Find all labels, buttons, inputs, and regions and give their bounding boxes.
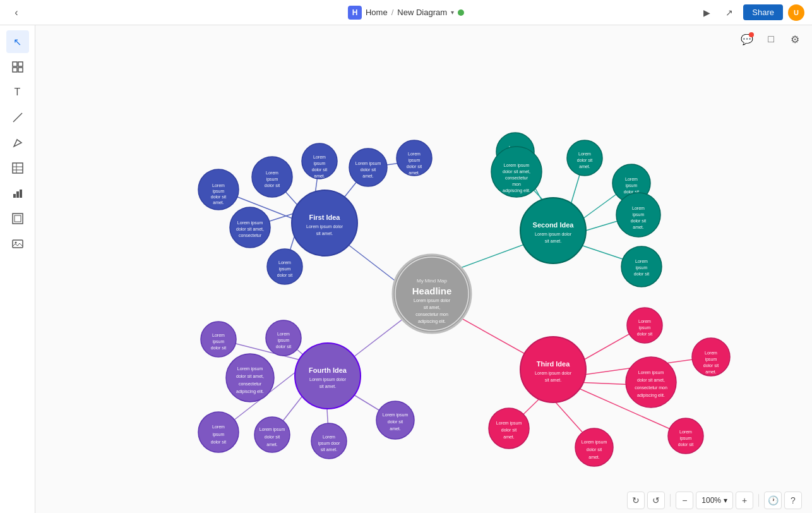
- home-breadcrumb[interactable]: Home: [366, 8, 388, 17]
- svg-text:ipsum door: ipsum door: [318, 441, 340, 446]
- diagram-name[interactable]: New Diagram: [397, 8, 447, 17]
- svg-text:amet.: amet.: [314, 174, 325, 178]
- svg-text:Lorem ipsum: Lorem ipsum: [504, 163, 530, 168]
- svg-text:dolor sit: dolor sit: [637, 332, 653, 336]
- svg-text:sit amet.: sit amet.: [545, 378, 562, 382]
- svg-text:Lorem ipsum: Lorem ipsum: [638, 370, 664, 375]
- svg-text:consectetur: consectetur: [239, 382, 262, 386]
- notification-badge: [749, 32, 754, 37]
- settings-button[interactable]: ⚙: [785, 30, 804, 49]
- svg-rect-2: [13, 68, 17, 72]
- zoom-out-button[interactable]: −: [676, 492, 693, 509]
- play-button[interactable]: ▶: [698, 4, 715, 21]
- history-button[interactable]: 🕐: [764, 492, 782, 509]
- svg-rect-10: [16, 191, 19, 198]
- svg-rect-14: [13, 240, 23, 248]
- cursor-tool[interactable]: ↖: [6, 30, 29, 53]
- svg-text:ipsum: ipsum: [626, 183, 638, 188]
- text-tool[interactable]: T: [6, 81, 29, 104]
- image-tool[interactable]: [6, 232, 29, 255]
- table-tool[interactable]: [6, 157, 29, 179]
- svg-text:Lorem: Lorem: [277, 332, 290, 336]
- zoom-level-display[interactable]: 100% ▾: [696, 492, 733, 509]
- share-button[interactable]: Share: [743, 4, 783, 20]
- svg-point-108: [626, 357, 676, 407]
- line-tool[interactable]: [6, 106, 29, 129]
- svg-text:Lorem: Lorem: [313, 155, 326, 159]
- svg-text:Lorem ipsum: Lorem ipsum: [237, 220, 263, 226]
- svg-point-15: [15, 242, 16, 244]
- svg-text:ipsum: ipsum: [278, 338, 290, 343]
- svg-text:ipsum: ipsum: [213, 339, 225, 344]
- svg-rect-11: [20, 190, 22, 198]
- svg-text:adipiscing elit.: adipiscing elit.: [418, 319, 446, 324]
- svg-text:dolor sit: dolor sit: [634, 272, 650, 276]
- svg-text:dolor sit: dolor sit: [211, 346, 227, 350]
- chart-tool[interactable]: [6, 182, 29, 205]
- svg-text:Lorem ipsum: Lorem ipsum: [383, 413, 409, 418]
- svg-point-159: [292, 190, 357, 256]
- zoom-in-button[interactable]: +: [736, 492, 753, 509]
- svg-text:dolor sit: dolor sit: [265, 183, 280, 188]
- svg-text:Lorem: Lorem: [212, 333, 225, 337]
- svg-text:Lorem ipsum dolor: Lorem ipsum dolor: [414, 298, 451, 303]
- svg-text:dolor sit: dolor sit: [211, 440, 227, 444]
- svg-text:consectetur mon: consectetur mon: [415, 312, 448, 317]
- svg-text:sit amet,: sit amet,: [424, 305, 441, 310]
- svg-text:adipiscing elit.: adipiscing elit.: [236, 389, 264, 394]
- diagram-dropdown-icon[interactable]: ▾: [451, 9, 454, 16]
- svg-text:First Idea: First Idea: [309, 214, 341, 221]
- svg-rect-1: [18, 62, 23, 66]
- svg-text:dolor sit: dolor sit: [501, 428, 517, 432]
- svg-text:ipsum: ipsum: [705, 357, 717, 362]
- svg-rect-13: [15, 215, 21, 222]
- svg-text:ipsum: ipsum: [409, 158, 421, 163]
- svg-text:Lorem ipsum: Lorem ipsum: [496, 421, 522, 426]
- svg-text:Lorem: Lorem: [323, 435, 335, 439]
- svg-text:Third Idea: Third Idea: [537, 360, 570, 368]
- pages-button[interactable]: □: [761, 30, 780, 49]
- shapes-tool[interactable]: [6, 56, 29, 78]
- pen-tool[interactable]: [6, 131, 29, 154]
- svg-text:dolor sit: dolor sit: [388, 419, 403, 424]
- svg-text:dolor sit: dolor sit: [703, 363, 719, 368]
- svg-text:Lorem ipsum: Lorem ipsum: [355, 161, 381, 166]
- frame-tool[interactable]: [6, 207, 29, 230]
- svg-text:amet.: amet.: [633, 225, 644, 229]
- mindmap-diagram: Lorem ipsum dolor sit amet. Lorem ipsum …: [35, 25, 812, 513]
- svg-rect-9: [13, 194, 16, 198]
- svg-text:adipiscing elit.: adipiscing elit.: [637, 393, 665, 398]
- svg-point-167: [520, 337, 586, 402]
- redo-button[interactable]: ↺: [647, 492, 665, 509]
- svg-text:Headline: Headline: [412, 286, 452, 296]
- svg-line-4: [13, 113, 22, 122]
- svg-text:dolor sit: dolor sit: [631, 219, 647, 223]
- svg-text:dolor sit: dolor sit: [276, 344, 292, 349]
- svg-text:My Mind Map: My Mind Map: [417, 278, 448, 284]
- svg-text:Lorem ipsum dolor: Lorem ipsum dolor: [535, 371, 572, 376]
- svg-rect-3: [18, 68, 23, 72]
- svg-text:sit amet.: sit amet.: [321, 447, 338, 452]
- svg-text:adipiscing elit.: adipiscing elit.: [503, 188, 530, 193]
- canvas[interactable]: Lorem ipsum dolor sit amet. Lorem ipsum …: [35, 25, 812, 513]
- svg-text:Lorem ipsum dolor: Lorem ipsum dolor: [309, 377, 347, 382]
- svg-text:dolor sit: dolor sit: [678, 442, 694, 447]
- left-toolbar: ↖ T: [0, 25, 35, 513]
- svg-point-163: [520, 198, 586, 263]
- svg-text:Lorem ipsum dolor: Lorem ipsum dolor: [535, 232, 572, 237]
- export-button[interactable]: ↗: [720, 4, 738, 21]
- svg-text:mon: mon: [512, 182, 521, 186]
- svg-text:amet.: amet.: [390, 426, 401, 431]
- svg-text:ipsum: ipsum: [266, 177, 278, 182]
- svg-text:dolor sit: dolor sit: [407, 164, 422, 169]
- svg-text:Lorem: Lorem: [705, 351, 717, 355]
- svg-text:Lorem: Lorem: [212, 183, 225, 188]
- undo-button[interactable]: ↻: [627, 492, 645, 509]
- svg-text:Lorem: Lorem: [266, 171, 278, 175]
- user-avatar[interactable]: U: [788, 4, 804, 21]
- back-button[interactable]: ‹: [8, 4, 25, 21]
- svg-text:Lorem: Lorem: [578, 152, 591, 156]
- comments-button[interactable]: 💬: [737, 30, 756, 49]
- help-button[interactable]: ?: [784, 492, 802, 509]
- svg-text:amet.: amet.: [266, 442, 278, 447]
